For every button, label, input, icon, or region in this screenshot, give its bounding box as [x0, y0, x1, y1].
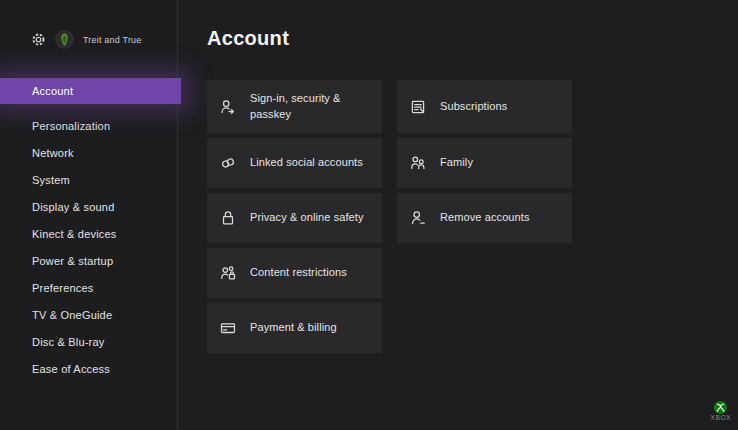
tile-payment-billing[interactable]: Payment & billing	[207, 303, 382, 353]
tile-label: Subscriptions	[440, 99, 507, 114]
account-tiles: Sign-in, security & passkey Linked socia…	[207, 80, 572, 353]
avatar[interactable]	[55, 30, 74, 49]
tile-label: Payment & billing	[250, 320, 337, 335]
tiles-right-column: Subscriptions Family Remo	[397, 80, 572, 353]
tile-label: Family	[440, 155, 473, 170]
lock-icon	[219, 209, 237, 227]
settings-sidebar: Treit and True Account Personalization N…	[0, 0, 178, 430]
sidebar-item-kinect-devices[interactable]: Kinect & devices	[0, 221, 177, 248]
page-title: Account	[207, 27, 289, 50]
credit-card-icon	[219, 319, 237, 337]
sidebar-item-preferences[interactable]: Preferences	[0, 275, 177, 302]
tile-label: Privacy & online safety	[250, 210, 364, 225]
xbox-logo-icon	[714, 400, 727, 413]
tile-label: Linked social accounts	[250, 155, 363, 170]
sidebar-item-system[interactable]: System	[0, 167, 177, 194]
sidebar-item-tv-oneguide[interactable]: TV & OneGuide	[0, 302, 177, 329]
remove-person-icon	[409, 209, 427, 227]
tile-label: Content restrictions	[250, 265, 347, 280]
sidebar-item-account[interactable]: Account	[0, 78, 181, 104]
tile-label: Remove accounts	[440, 210, 530, 225]
tile-privacy-online-safety[interactable]: Privacy & online safety	[207, 193, 382, 243]
tile-content-restrictions[interactable]: Content restrictions	[207, 248, 382, 298]
person-lock-icon	[219, 264, 237, 282]
sidebar-item-ease-of-access[interactable]: Ease of Access	[0, 356, 177, 383]
tile-remove-accounts[interactable]: Remove accounts	[397, 193, 572, 243]
link-icon	[219, 154, 237, 172]
sidebar-item-disc-bluray[interactable]: Disc & Blu-ray	[0, 329, 177, 356]
xbox-brand: XBOX	[711, 400, 731, 421]
sign-in-icon	[219, 98, 237, 116]
user-name: Treit and True	[83, 35, 142, 45]
sidebar-item-personalization[interactable]: Personalization	[0, 113, 177, 140]
family-icon	[409, 154, 427, 172]
gear-icon[interactable]	[31, 32, 46, 47]
subscriptions-icon	[409, 98, 427, 116]
user-profile-row: Treit and True	[31, 30, 142, 49]
sidebar-item-display-sound[interactable]: Display & sound	[0, 194, 177, 221]
sidebar-item-network[interactable]: Network	[0, 140, 177, 167]
tile-family[interactable]: Family	[397, 138, 572, 188]
sidebar-menu: Account Personalization Network System D…	[0, 78, 177, 383]
tile-sign-in-security-passkey[interactable]: Sign-in, security & passkey	[207, 80, 382, 133]
xbox-wordmark: XBOX	[711, 414, 731, 421]
tile-subscriptions[interactable]: Subscriptions	[397, 80, 572, 133]
tile-linked-social-accounts[interactable]: Linked social accounts	[207, 138, 382, 188]
tile-label: Sign-in, security & passkey	[250, 91, 374, 122]
sidebar-item-power-startup[interactable]: Power & startup	[0, 248, 177, 275]
tiles-left-column: Sign-in, security & passkey Linked socia…	[207, 80, 382, 353]
